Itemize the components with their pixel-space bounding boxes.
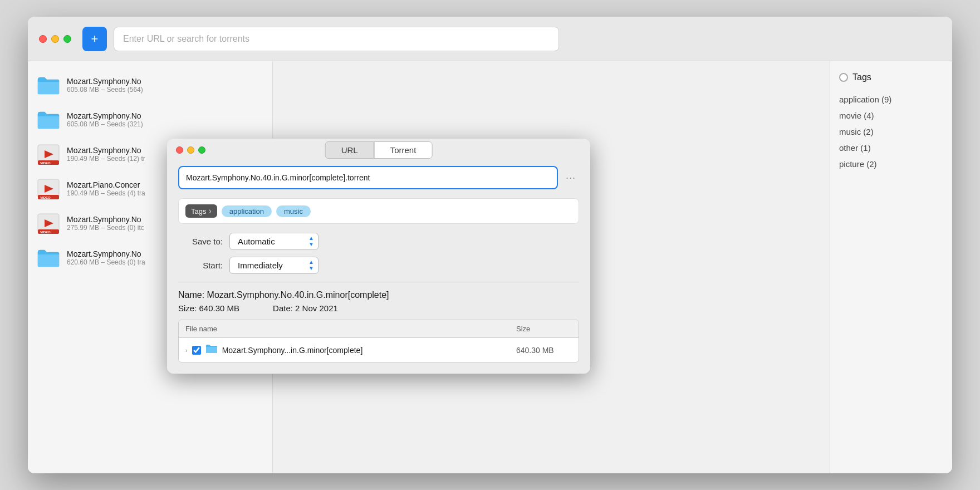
torrent-name: Mozart.Symphony.No — [67, 111, 263, 120]
more-options-button[interactable]: ··· — [562, 170, 579, 186]
search-bar: Enter URL or search for torrents — [114, 27, 559, 51]
maximize-button[interactable] — [63, 35, 71, 43]
dialog-divider — [178, 282, 579, 282]
torrent-meta: 605.08 MB – Seeds (321) — [67, 120, 263, 128]
table-row: › Mozart.Symphony...in.G.minor[complete]… — [179, 338, 579, 362]
dialog-close-button[interactable] — [176, 146, 183, 154]
col-filename: File name — [185, 325, 516, 333]
app-window: + Enter URL or search for torrents Mozar… — [28, 17, 952, 473]
file-table: File name Size › Mozart.Symphony...in.G — [178, 320, 579, 362]
start-select[interactable]: Immediately — [229, 257, 318, 274]
right-panel: Tags application (9) movie (4) music (2)… — [830, 61, 952, 473]
tab-torrent[interactable]: Torrent — [374, 141, 433, 159]
tag-movie[interactable]: movie (4) — [839, 107, 943, 124]
info-meta-row: Size: 640.30 MB Date: 2 Nov 2021 — [178, 303, 579, 313]
svg-text:VIDEO: VIDEO — [40, 196, 51, 199]
list-item[interactable]: Mozart.Symphony.No 605.08 MB – Seeds (32… — [28, 102, 272, 137]
tag-pill-application[interactable]: application — [222, 205, 272, 217]
tab-url[interactable]: URL — [325, 141, 374, 159]
list-item[interactable]: Mozart.Symphony.No 605.08 MB – Seeds (56… — [28, 68, 272, 102]
add-torrent-button[interactable]: + — [82, 27, 107, 51]
minimize-button[interactable] — [51, 35, 59, 43]
dialog-traffic-lights — [176, 146, 205, 154]
folder-icon — [37, 74, 60, 97]
tag-pill-music[interactable]: music — [276, 205, 311, 217]
svg-text:VIDEO: VIDEO — [40, 161, 51, 165]
torrent-info: Mozart.Symphony.No 605.08 MB – Seeds (32… — [67, 111, 263, 128]
video-icon: VIDEO — [37, 177, 60, 200]
dialog-maximize-button[interactable] — [198, 146, 205, 154]
traffic-lights — [39, 35, 71, 43]
tag-application[interactable]: application (9) — [839, 91, 943, 107]
dialog-titlebar: URL Torrent — [167, 139, 590, 159]
size-info: Size: 640.30 MB — [178, 303, 239, 313]
save-to-label: Save to: — [178, 237, 223, 246]
tags-title: Tags — [852, 72, 871, 82]
tag-other[interactable]: other (1) — [839, 140, 943, 156]
tags-badge: Tags › — [185, 204, 217, 218]
title-bar: + Enter URL or search for torrents — [28, 17, 952, 61]
folder-icon — [37, 108, 60, 131]
save-to-row: Save to: Automatic ▲ ▼ — [178, 233, 579, 250]
start-label: Start: — [178, 261, 223, 270]
tag-music[interactable]: music (2) — [839, 124, 943, 140]
tags-row[interactable]: Tags › application music — [178, 198, 579, 224]
torrent-meta: 605.08 MB – Seeds (564) — [67, 86, 263, 94]
url-input-row: ··· — [178, 166, 579, 189]
add-torrent-dialog: URL Torrent ··· Tags › application — [167, 139, 590, 374]
folder-icon-svg — [37, 75, 60, 95]
file-folder-icon — [205, 344, 218, 356]
file-checkbox[interactable] — [192, 346, 201, 355]
date-info: Date: 2 Nov 2021 — [273, 303, 338, 313]
file-name: Mozart.Symphony...in.G.minor[complete] — [222, 346, 512, 355]
save-to-select[interactable]: Automatic — [229, 233, 318, 250]
torrent-info: Mozart.Symphony.No 605.08 MB – Seeds (56… — [67, 77, 263, 94]
dialog-body: ··· Tags › application music Save to: — [167, 159, 590, 374]
tags-header: Tags — [839, 72, 943, 82]
torrent-name: Mozart.Symphony.No — [67, 77, 263, 86]
file-table-header: File name Size — [179, 320, 579, 338]
search-placeholder: Enter URL or search for torrents — [123, 34, 249, 44]
url-input[interactable] — [178, 166, 558, 189]
start-row: Start: Immediately ▲ ▼ — [178, 257, 579, 274]
video-icon: VIDEO — [37, 212, 60, 235]
info-name: Name: Mozart.Symphony.No.40.in.G.minor[c… — [178, 290, 579, 300]
col-size: Size — [516, 325, 572, 333]
close-button[interactable] — [39, 35, 47, 43]
row-expand-chevron[interactable]: › — [185, 347, 188, 354]
folder-icon — [37, 246, 60, 270]
save-to-select-wrapper: Automatic ▲ ▼ — [229, 233, 318, 250]
tags-chevron: › — [208, 206, 211, 216]
tab-group: URL Torrent — [325, 141, 433, 159]
torrent-info-section: Name: Mozart.Symphony.No.40.in.G.minor[c… — [178, 290, 579, 313]
svg-text:VIDEO: VIDEO — [40, 231, 51, 234]
tag-picture[interactable]: picture (2) — [839, 156, 943, 172]
file-size: 640.30 MB — [516, 346, 572, 355]
dialog-minimize-button[interactable] — [187, 146, 194, 154]
tags-radio[interactable] — [839, 73, 848, 82]
start-select-wrapper: Immediately ▲ ▼ — [229, 257, 318, 274]
video-icon: VIDEO — [37, 143, 60, 166]
